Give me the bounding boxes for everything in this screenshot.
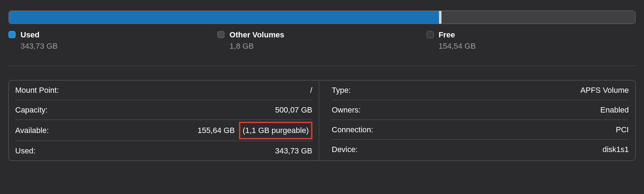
legend-label-free: Free — [439, 30, 476, 40]
storage-segment-other — [439, 11, 441, 24]
value-used: 343,73 GB — [275, 146, 312, 156]
legend-item-other: Other Volumes 1,8 GB — [217, 30, 426, 51]
label-device: Device: — [332, 145, 358, 154]
row-type: Type: APFS Volume — [332, 80, 629, 100]
volume-details-panel: Mount Point: / Capacity: 500,07 GB Avail… — [8, 80, 636, 161]
storage-segment-used — [9, 11, 439, 24]
value-capacity: 500,07 GB — [275, 105, 312, 115]
label-connection: Connection: — [332, 125, 373, 134]
annotation-purgeable-highlight: (1,1 GB purgeable) — [239, 122, 312, 139]
row-device: Device: disk1s1 — [332, 139, 629, 159]
storage-usage-bar — [8, 11, 636, 24]
label-mount-point: Mount Point: — [15, 86, 59, 95]
value-available: 155,64 GB — [198, 126, 235, 135]
value-available-purgeable: (1,1 GB purgeable) — [242, 126, 309, 135]
label-used: Used: — [15, 146, 35, 156]
section-separator — [8, 66, 636, 66]
legend-value-free: 154,54 GB — [439, 42, 476, 51]
row-mount-point: Mount Point: / — [15, 80, 312, 100]
legend-item-free: Free 154,54 GB — [427, 30, 636, 51]
legend-swatch-other — [217, 31, 224, 38]
row-available: Available: 155,64 GB (1,1 GB purgeable) — [15, 120, 312, 141]
legend-item-used: Used 343,73 GB — [8, 30, 217, 51]
legend-value-other: 1,8 GB — [229, 42, 284, 51]
legend-swatch-used — [8, 31, 16, 38]
row-used: Used: 343,73 GB — [15, 141, 312, 160]
value-device: disk1s1 — [602, 145, 629, 154]
storage-segment-free — [441, 11, 635, 24]
legend-swatch-free — [427, 31, 434, 38]
value-connection: PCI — [616, 125, 629, 134]
label-owners: Owners: — [332, 105, 361, 115]
label-available: Available: — [15, 126, 49, 135]
label-type: Type: — [332, 86, 351, 95]
storage-legend: Used 343,73 GB Other Volumes 1,8 GB Free… — [8, 30, 636, 51]
label-capacity: Capacity: — [15, 105, 48, 115]
legend-label-other: Other Volumes — [229, 30, 284, 40]
legend-label-used: Used — [21, 30, 58, 40]
row-connection: Connection: PCI — [332, 120, 629, 139]
row-capacity: Capacity: 500,07 GB — [15, 100, 312, 120]
legend-value-used: 343,73 GB — [21, 42, 58, 51]
row-owners: Owners: Enabled — [332, 100, 629, 120]
value-mount-point: / — [310, 86, 312, 95]
value-owners: Enabled — [600, 105, 629, 115]
value-type: APFS Volume — [580, 86, 629, 95]
